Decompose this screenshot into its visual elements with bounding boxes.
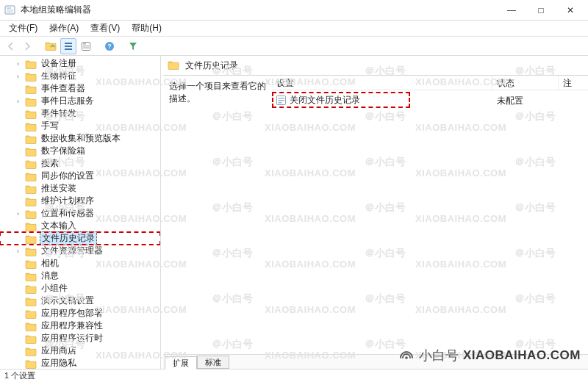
expander-icon[interactable] [14, 172, 22, 180]
expander-icon[interactable] [14, 322, 22, 330]
tree-item-label: 应用商店 [40, 345, 78, 357]
menu-help[interactable]: 帮助(H) [126, 21, 168, 36]
tree-item[interactable]: 维护计划程序 [0, 195, 160, 207]
toolbar-filter-button[interactable] [125, 38, 141, 54]
folder-icon [25, 346, 37, 356]
tree-item[interactable]: ›设备注册 [0, 57, 160, 70]
expander-icon[interactable] [14, 84, 22, 93]
expander-icon[interactable] [14, 284, 22, 292]
folder-icon [25, 309, 37, 319]
expander-icon[interactable] [14, 297, 22, 305]
menu-action[interactable]: 操作(A) [43, 21, 85, 36]
tree-item-label: 应用程序兼容性 [40, 320, 104, 332]
forward-button[interactable] [19, 38, 35, 54]
expander-icon[interactable] [14, 197, 22, 205]
tree-item-label: 事件转发 [40, 107, 78, 120]
expander-icon[interactable] [14, 347, 22, 355]
expander-icon[interactable]: › [14, 60, 22, 68]
expander-icon[interactable] [14, 234, 22, 242]
folder-icon [25, 184, 37, 194]
expander-icon[interactable] [14, 134, 22, 143]
up-button[interactable] [43, 38, 59, 54]
expander-icon[interactable] [14, 109, 22, 118]
expander-icon[interactable]: › [14, 97, 22, 105]
folder-icon [25, 209, 37, 219]
minimize-button[interactable]: — [497, 0, 526, 21]
tree-item[interactable]: 应用隐私 [0, 357, 160, 369]
tab-standard[interactable]: 标准 [197, 356, 229, 369]
svg-text:?: ? [107, 43, 112, 50]
expander-icon[interactable] [14, 159, 22, 167]
toolbar-help-button[interactable]: ? [101, 38, 118, 54]
properties-icon [81, 41, 91, 51]
expander-icon[interactable] [14, 222, 22, 230]
tree-item[interactable]: 事件转发 [0, 107, 160, 120]
folder-icon [25, 146, 37, 156]
tree-item[interactable]: 事件查看器 [0, 82, 160, 95]
menu-view[interactable]: 查看(V) [85, 21, 126, 36]
tab-extended[interactable]: 扩展 [165, 356, 197, 370]
tree-item-label: 维护计划程序 [40, 195, 96, 207]
expander-icon[interactable]: › [14, 209, 22, 217]
tree-item[interactable]: ›事件日志服务 [0, 95, 160, 107]
menu-file[interactable]: 文件(F) [3, 21, 43, 36]
tree-pane[interactable]: ›设备注册›生物特征事件查看器›事件日志服务事件转发手写数据收集和预览版本数字保… [0, 56, 161, 369]
tree-item[interactable]: 应用程序包部署 [0, 307, 160, 320]
brand-cn: 小白号 [419, 347, 459, 364]
col-state[interactable]: 状态 [492, 76, 559, 90]
tree-item[interactable]: 演示文稿设置 [0, 295, 160, 307]
expander-icon[interactable]: › [14, 72, 22, 80]
folder-icon [25, 96, 37, 107]
tree-item[interactable]: 文本输入 [0, 220, 160, 232]
menu-bar: 文件(F) 操作(A) 查看(V) 帮助(H) [0, 21, 588, 37]
toolbar-properties-button[interactable] [78, 38, 94, 54]
tree-item[interactable]: 同步你的设置 [0, 170, 160, 182]
setting-icon [275, 94, 287, 106]
expander-icon[interactable]: › [14, 247, 22, 255]
folder-icon [25, 171, 37, 181]
svg-rect-11 [65, 48, 72, 50]
back-button[interactable] [3, 38, 19, 54]
tree-item[interactable]: ›文件资源管理器 [0, 245, 160, 257]
tree-item[interactable]: 推送安装 [0, 182, 160, 195]
main-split: ›设备注册›生物特征事件查看器›事件日志服务事件转发手写数据收集和预览版本数字保… [0, 56, 588, 369]
expander-icon[interactable] [14, 334, 22, 342]
folder-icon [25, 71, 37, 82]
tree-item[interactable]: 搜索 [0, 157, 160, 170]
tree-item-label: 生物特征 [40, 70, 78, 82]
expander-icon[interactable] [14, 122, 22, 130]
close-button[interactable]: ✕ [556, 0, 585, 21]
setting-item[interactable]: 关闭文件历史记录 [275, 93, 360, 107]
col-setting[interactable]: 设置 [272, 76, 492, 90]
tree-item[interactable]: 手写 [0, 120, 160, 132]
tree-item[interactable]: ›生物特征 [0, 70, 160, 82]
maximize-button[interactable]: □ [526, 0, 556, 21]
expander-icon[interactable] [14, 272, 22, 280]
tree-item[interactable]: 小组件 [0, 282, 160, 295]
tree-item[interactable]: 数字保险箱 [0, 145, 160, 157]
expander-icon[interactable] [14, 259, 22, 267]
tree-item[interactable]: 应用程序兼容性 [0, 320, 160, 332]
expander-icon[interactable] [14, 309, 22, 317]
tree-item[interactable]: ›位置和传感器 [0, 207, 160, 220]
svg-rect-13 [83, 43, 86, 45]
toolbar-options-button[interactable] [60, 38, 76, 54]
tree-item[interactable]: 消息 [0, 270, 160, 282]
tree-item-label: 事件查看器 [40, 82, 87, 95]
tree-item-label: 设备注册 [40, 57, 78, 70]
expander-icon[interactable] [14, 359, 22, 367]
tree-item[interactable]: 应用商店 [0, 345, 160, 357]
tree-item-label: 同步你的设置 [40, 170, 96, 182]
detail-header: 文件历史记录 [163, 56, 588, 75]
expander-icon[interactable] [14, 184, 22, 192]
folder-icon [25, 121, 37, 131]
folder-icon [25, 196, 37, 206]
expander-icon[interactable] [14, 147, 22, 155]
tree-item[interactable]: 应用程序运行时 [0, 332, 160, 345]
toolbar: ? [0, 37, 588, 56]
tree-item[interactable]: 相机 [0, 257, 160, 270]
col-comment[interactable]: 注 [559, 76, 588, 90]
tree-item[interactable]: 文件历史记录 [0, 232, 160, 245]
app-icon [4, 4, 16, 16]
tree-item[interactable]: 数据收集和预览版本 [0, 132, 160, 145]
